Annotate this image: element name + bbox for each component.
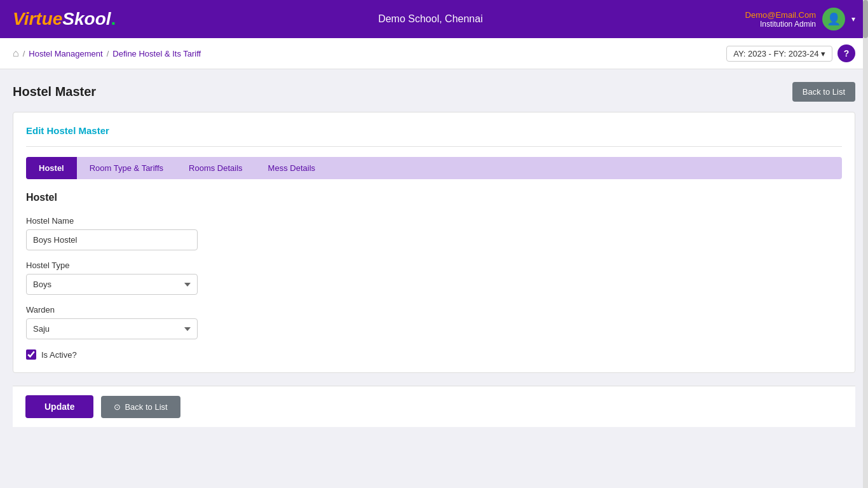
scrollbar[interactable]	[863, 0, 868, 440]
ay-selector[interactable]: AY: 2023 - FY: 2023-24 ▾	[726, 46, 832, 62]
page-title: Hostel Master	[13, 85, 96, 99]
avatar[interactable]: 👤	[822, 8, 845, 30]
tab-rooms-details[interactable]: Rooms Details	[176, 157, 255, 179]
back-to-list-bottom-label: Back to List	[125, 402, 167, 412]
hostel-name-input[interactable]	[26, 229, 198, 250]
school-name: Demo School, Chennai	[378, 13, 483, 25]
card: Edit Hostel Master Hostel Room Type & Ta…	[13, 112, 855, 373]
user-role: Institution Admin	[745, 20, 816, 29]
logo: Virtue Skool .	[13, 9, 116, 29]
page-header: Hostel Master Back to List	[13, 82, 855, 102]
divider	[26, 146, 842, 147]
back-to-list-bottom-button[interactable]: ⊙ Back to List	[101, 396, 180, 418]
hostel-name-label: Hostel Name	[26, 216, 842, 226]
card-title: Edit Hostel Master	[26, 125, 842, 136]
header-right: Demo@Email.Com Institution Admin 👤 ▾	[745, 8, 855, 30]
logo-dot: .	[111, 9, 116, 29]
form-section: Hostel Hostel Name Hostel Type Boys Girl…	[26, 192, 842, 360]
logo-virtue: Virtue	[13, 9, 62, 29]
header: Virtue Skool . Demo School, Chennai Demo…	[0, 0, 868, 38]
hostel-type-select[interactable]: Boys Girls Co-Ed	[26, 274, 198, 295]
scrollbar-thumb[interactable]	[863, 0, 868, 38]
user-email[interactable]: Demo@Email.Com	[745, 10, 816, 20]
hostel-type-label: Hostel Type	[26, 261, 842, 270]
breadcrumb-separator2: /	[107, 49, 109, 58]
tab-mess-details[interactable]: Mess Details	[255, 157, 328, 179]
breadcrumb-right: AY: 2023 - FY: 2023-24 ▾ ?	[726, 44, 855, 62]
home-icon[interactable]: ⌂	[13, 48, 19, 59]
logo-skool: Skool	[62, 9, 111, 29]
update-button[interactable]: Update	[25, 395, 93, 418]
breadcrumb-bar: ⌂ / Hostel Management / Define Hostel & …	[0, 38, 868, 69]
breadcrumb: ⌂ / Hostel Management / Define Hostel & …	[13, 48, 201, 59]
is-active-checkbox[interactable]	[26, 349, 36, 360]
user-info: Demo@Email.Com Institution Admin	[745, 10, 816, 29]
tabs: Hostel Room Type & Tariffs Rooms Details…	[26, 157, 842, 179]
bottom-bar: Update ⊙ Back to List	[13, 386, 855, 427]
help-button[interactable]: ?	[837, 44, 855, 62]
form-section-title: Hostel	[26, 192, 842, 203]
hostel-name-group: Hostel Name	[26, 216, 842, 250]
hostel-type-group: Hostel Type Boys Girls Co-Ed	[26, 261, 842, 295]
breadcrumb-current: Define Hostel & Its Tariff	[112, 49, 201, 58]
warden-group: Warden Saju Other	[26, 305, 842, 339]
is-active-group: Is Active?	[26, 349, 842, 360]
breadcrumb-separator1: /	[23, 49, 25, 58]
warden-label: Warden	[26, 305, 842, 315]
main-content: Hostel Master Back to List Edit Hostel M…	[0, 69, 868, 440]
back-to-list-top-button[interactable]: Back to List	[792, 82, 855, 102]
warden-select[interactable]: Saju Other	[26, 318, 198, 339]
breadcrumb-hostel-management[interactable]: Hostel Management	[29, 49, 102, 58]
ay-selector-label: AY: 2023 - FY: 2023-24 ▾	[733, 49, 825, 58]
back-icon: ⊙	[114, 402, 121, 412]
user-dropdown-arrow[interactable]: ▾	[851, 15, 855, 24]
tab-hostel[interactable]: Hostel	[26, 157, 77, 179]
tab-room-type-tariffs[interactable]: Room Type & Tariffs	[77, 157, 176, 179]
is-active-label: Is Active?	[41, 350, 77, 360]
